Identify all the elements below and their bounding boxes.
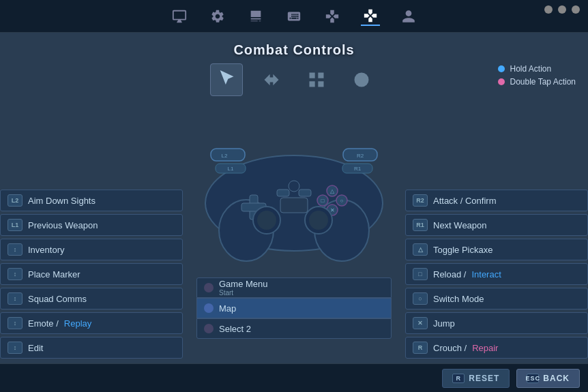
toggle-pickaxe-button[interactable]: △ Toggle Pickaxe	[405, 239, 588, 260]
legend-double-tap: Double Tap Action	[498, 77, 576, 87]
svg-text:△: △	[330, 188, 335, 194]
double-tap-label: Double Tap Action	[510, 77, 576, 87]
attack-confirm-button[interactable]: R2 Attack / Confirm	[405, 190, 588, 211]
switch-mode-button[interactable]: ○ Switch Mode	[405, 288, 588, 310]
aim-down-sights-button[interactable]: L2 Aim Down Sights	[0, 190, 183, 211]
inventory-button[interactable]: ↕ Inventory	[0, 239, 183, 260]
squad-comms-button[interactable]: ↕ Squad Comms	[0, 288, 183, 310]
tab-controller[interactable]	[361, 7, 380, 26]
squad-comms-badge: ↕	[8, 292, 23, 305]
svg-point-20	[289, 181, 299, 192]
emote-badge: ↕	[8, 317, 23, 329]
select2-icon	[204, 324, 214, 333]
next-weapon-label: Next Weapon	[433, 220, 487, 230]
r-badge: R	[413, 342, 428, 354]
next-weapon-button[interactable]: R1 Next Weapon	[405, 214, 588, 236]
place-marker-badge: ↕	[8, 268, 23, 280]
previous-weapon-label: Previous Weapon	[28, 220, 98, 230]
game-menu-icon	[204, 283, 214, 292]
edit-label: Edit	[28, 343, 43, 353]
map-label: Map	[219, 303, 236, 314]
inventory-label: Inventory	[28, 245, 64, 255]
window-controls	[544, 5, 580, 14]
left-controls-panel: L2 Aim Down Sights L1 Previous Weapon ↕ …	[0, 190, 183, 359]
double-tap-dot	[498, 78, 505, 85]
crouch-label: Crouch /	[433, 343, 467, 353]
legend-hold-action: Hold Action	[498, 64, 576, 74]
r2-badge: R2	[413, 194, 428, 207]
top-navigation-bar	[0, 0, 588, 33]
circle-badge: ○	[413, 292, 428, 305]
select2-label: Select 2	[219, 324, 251, 334]
map-option[interactable]: Map	[196, 298, 392, 318]
place-marker-button[interactable]: ↕ Place Marker	[0, 263, 183, 285]
select2-option[interactable]: Select 2	[196, 318, 392, 339]
svg-text:L1: L1	[228, 166, 234, 172]
tab-cursor[interactable]	[210, 63, 243, 96]
hold-action-dot	[498, 65, 505, 72]
svg-text:○: ○	[340, 198, 344, 204]
back-key: ESC	[527, 374, 539, 383]
tab-move[interactable]	[255, 63, 288, 96]
emote-label: Emote /	[28, 318, 59, 329]
previous-weapon-button[interactable]: L1 Previous Weapon	[0, 214, 183, 236]
jump-label: Jump	[433, 318, 455, 329]
tab-circle[interactable]	[345, 63, 378, 96]
toggle-pickaxe-label: Toggle Pickaxe	[433, 245, 493, 255]
svg-rect-21	[280, 198, 308, 213]
back-button[interactable]: ESC BACK	[516, 369, 580, 388]
tab-profile[interactable]	[399, 7, 418, 26]
tab-grid[interactable]	[300, 63, 333, 96]
close-button[interactable]	[572, 5, 580, 14]
back-label: BACK	[543, 374, 570, 383]
minimize-button[interactable]	[544, 5, 553, 14]
svg-text:✕: ✕	[330, 207, 335, 213]
reset-button[interactable]: R RESET	[442, 369, 510, 388]
controller-image: L2 R2 L1 R1 △ ○ □ ✕	[199, 115, 389, 265]
edit-button[interactable]: ↕ Edit	[0, 337, 183, 359]
svg-rect-4	[211, 149, 245, 161]
game-menu-label: Game Menu	[219, 279, 268, 289]
tab-keyboard[interactable]	[284, 7, 304, 26]
right-controls-panel: R2 Attack / Confirm R1 Next Weapon △ Tog…	[405, 190, 588, 359]
bottom-bar: R RESET ESC BACK	[0, 363, 588, 392]
main-content: Combat Controls Hold Action Double Tap A…	[0, 33, 588, 363]
svg-text:□: □	[321, 198, 325, 204]
switch-mode-label: Switch Mode	[433, 294, 484, 304]
replay-highlight: Replay	[64, 318, 91, 329]
tab-gamepad-config[interactable]	[323, 7, 342, 26]
interact-highlight: Interact	[471, 269, 501, 280]
game-menu-option[interactable]: Game Menu Start	[196, 277, 392, 298]
reset-label: RESET	[469, 374, 499, 383]
tab-monitor[interactable]	[170, 7, 189, 26]
squad-comms-label: Squad Comms	[28, 294, 87, 304]
svg-text:R2: R2	[357, 153, 364, 159]
edit-badge: ↕	[8, 342, 23, 354]
legend: Hold Action Double Tap Action	[498, 64, 576, 87]
attack-confirm-label: Attack / Confirm	[433, 196, 496, 206]
svg-point-17	[309, 211, 328, 230]
svg-point-0	[355, 73, 369, 87]
crouch-repair-button[interactable]: R Crouch / Repair	[405, 337, 588, 359]
cross-badge: ✕	[413, 317, 428, 329]
start-sublabel: Start	[219, 289, 268, 297]
l2-badge: L2	[8, 194, 23, 207]
inventory-badge: ↕	[8, 243, 23, 256]
reset-key: R	[452, 374, 465, 383]
svg-rect-18	[277, 190, 289, 196]
hold-action-label: Hold Action	[510, 64, 551, 74]
l1-badge: L1	[8, 219, 23, 231]
place-marker-label: Place Marker	[28, 269, 80, 280]
tab-display[interactable]	[246, 7, 265, 26]
svg-point-15	[257, 211, 276, 230]
svg-text:R1: R1	[354, 166, 362, 172]
map-icon	[204, 303, 214, 313]
reload-label: Reload /	[433, 269, 466, 280]
page-title: Combat Controls	[0, 33, 588, 58]
reload-interact-button[interactable]: □ Reload / Interact	[405, 263, 588, 285]
maximize-button[interactable]	[558, 5, 566, 14]
emote-replay-button[interactable]: ↕ Emote / Replay	[0, 312, 183, 334]
tab-settings[interactable]	[208, 7, 227, 26]
repair-highlight: Repair	[472, 343, 498, 353]
jump-button[interactable]: ✕ Jump	[405, 312, 588, 334]
